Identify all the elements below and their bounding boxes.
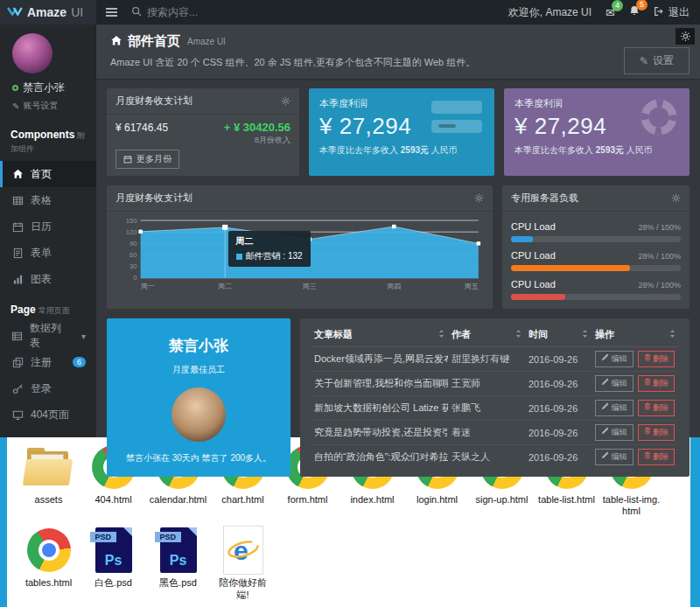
sidebar-item-tables[interactable]: 表格	[0, 187, 96, 213]
search-input[interactable]	[147, 6, 340, 18]
column-header-2[interactable]: 时间	[525, 322, 592, 347]
file-item-chrome[interactable]: tables.html	[19, 526, 78, 589]
column-header-1[interactable]: 作者	[448, 322, 525, 347]
file-label: table-list.html	[537, 494, 596, 506]
sort-icon[interactable]	[515, 329, 522, 340]
articles-table: 文章标题作者时间操作 Docker领域再添一员,网易云发布“蜂巢”,加入云计算之…	[311, 322, 679, 469]
article-title[interactable]: Docker领域再添一员,网易云发布“蜂巢”,加入云计算之争	[311, 347, 448, 372]
sort-icon[interactable]	[669, 329, 676, 340]
svg-text:0: 0	[133, 275, 136, 283]
article-author: 王宽师	[448, 372, 525, 396]
screen: Amaze UI 欢迎你, Amaze UI ✉ 4	[0, 0, 700, 607]
nav-section-header: Page常用页面	[0, 292, 96, 323]
article-author: 张鹏飞	[448, 396, 525, 421]
cpu-load-value: 28% / 100%	[638, 252, 681, 261]
file-label: assets	[19, 494, 78, 506]
messages-button[interactable]: ✉ 4	[606, 6, 615, 19]
delete-button[interactable]: 删除	[638, 351, 676, 367]
monitor-icon	[11, 409, 24, 421]
notifications-button[interactable]: 5	[629, 5, 640, 19]
article-author: 天纵之人	[448, 445, 525, 470]
article-title[interactable]: 究竟是趋势带动投资,还是投资引领趋势?	[311, 421, 448, 445]
svg-text:周四: 周四	[387, 283, 401, 290]
chart-widget: 月度财务收支计划 0306090120150周一周二周三周四周五 周二 邮件营销…	[107, 185, 493, 309]
delete-button[interactable]: 删除	[638, 424, 676, 441]
nav-section-title: Components	[10, 129, 74, 141]
sidebar-item-label: 登录	[31, 381, 52, 396]
ie-icon: e	[223, 526, 263, 575]
account-settings-link[interactable]: ✎ 账号设置	[12, 100, 96, 112]
edit-button[interactable]: 编辑	[595, 351, 634, 367]
sidebar: 禁言小张 ✎ 账号设置 Components附加组件首页表格日历表单图表Page…	[0, 24, 96, 437]
hamburger-menu-icon[interactable]	[96, 0, 126, 24]
edit-button[interactable]: 编辑	[595, 400, 634, 416]
logout-label: 退出	[668, 5, 690, 20]
edit-button[interactable]: 编辑	[595, 375, 634, 392]
file-label: index.html	[343, 494, 402, 506]
article-title[interactable]: 关于创新管理,我想和你当面聊聊。	[311, 372, 448, 396]
sidebar-item-404-page[interactable]: 404页面	[0, 401, 96, 428]
credit-card-icon	[431, 101, 482, 139]
sort-icon[interactable]	[582, 329, 588, 340]
progress-fill	[511, 294, 565, 300]
cpu-load-row: CPU Load28% / 100%	[511, 279, 681, 300]
file-label: calendar.html	[149, 494, 207, 506]
edit-label: 编辑	[612, 428, 627, 436]
logout-button[interactable]: 退出	[654, 5, 690, 20]
cpu-load-value: 28% / 100%	[638, 223, 681, 232]
delete-button[interactable]: 删除	[638, 375, 676, 392]
widget-gear-button[interactable]	[281, 96, 290, 106]
chevron-down-icon: ▾	[81, 331, 86, 341]
home-icon	[11, 169, 24, 179]
delete-button[interactable]: 删除	[638, 400, 676, 416]
column-header-label: 操作	[595, 328, 614, 341]
sort-icon[interactable]	[438, 329, 444, 340]
file-label: 白色.psd	[84, 577, 143, 589]
sidebar-item-badge: 6	[73, 357, 86, 367]
file-item-psd[interactable]: PSDPs白色.psd	[84, 526, 143, 589]
edit-button[interactable]: 编辑	[595, 449, 634, 465]
edit-button[interactable]: 编辑	[595, 424, 634, 441]
sidebar-item-home[interactable]: 首页	[0, 161, 96, 187]
sidebar-item-charts[interactable]: 图表	[0, 266, 96, 292]
svg-text:周五: 周五	[464, 283, 478, 290]
nav-section-subtitle: 常用页面	[38, 306, 70, 315]
widget-gear-button[interactable]	[474, 193, 484, 203]
settings-button[interactable]: ✎ 设置	[624, 47, 690, 74]
file-item-psd[interactable]: PSDPs黑色.psd	[149, 526, 207, 589]
file-label: login.html	[408, 494, 466, 506]
finance-title: 月度财务收支计划	[116, 94, 192, 108]
page-title: 部件首页 Amaze UI	[110, 33, 686, 50]
brand[interactable]: Amaze UI	[0, 0, 96, 24]
file-label: sign-up.html	[472, 494, 531, 506]
file-item-ie[interactable]: e陪你做好前端!	[214, 526, 272, 600]
column-header-label: 文章标题	[314, 328, 353, 341]
more-months-button[interactable]: 更多月份	[116, 150, 179, 169]
widget-gear-button[interactable]	[671, 193, 681, 203]
article-title[interactable]: 自拍的“政治角色”:观众们对希拉里自拍合影表示“支持”	[311, 445, 448, 470]
pencil-icon: ✎	[12, 101, 19, 111]
home-icon	[110, 34, 122, 49]
table-row: 关于创新管理,我想和你当面聊聊。王宽师2016-09-26 编辑 删除	[311, 372, 679, 396]
sidebar-item-forms[interactable]: 表单	[0, 240, 96, 266]
column-header-0[interactable]: 文章标题	[311, 322, 448, 347]
sidebar-item-sign-up[interactable]: 注册6	[0, 349, 96, 375]
user-avatar[interactable]	[12, 33, 52, 73]
cpu-load-row: CPU Load28% / 100%	[511, 250, 681, 271]
profile-avatar	[172, 387, 226, 442]
delete-button[interactable]: 删除	[638, 449, 676, 465]
nav-section-title: Page	[10, 304, 36, 316]
search-bar	[126, 0, 508, 24]
file-label: tables.html	[19, 577, 78, 589]
column-header-3[interactable]: 操作	[592, 322, 679, 347]
account-settings-label: 账号设置	[23, 100, 58, 112]
file-item-folder[interactable]: assets	[19, 443, 78, 506]
sidebar-item-login[interactable]: 登录	[0, 375, 96, 401]
header-gear-button[interactable]	[676, 28, 695, 45]
article-title[interactable]: 新加坡大数据初创公司 Latize 获 150 万美元风险融资	[311, 396, 448, 421]
sidebar-item-data-list[interactable]: 数据列表▾	[0, 323, 96, 349]
svg-text:周三: 周三	[303, 283, 317, 290]
sidebar-item-calendar[interactable]: 日历	[0, 213, 96, 240]
calendar-icon	[123, 155, 132, 164]
quarter-profit-widget-blue: 本季度利润 ¥ 27,294 本季度比去年多收入 2593元 人民币	[309, 88, 494, 176]
